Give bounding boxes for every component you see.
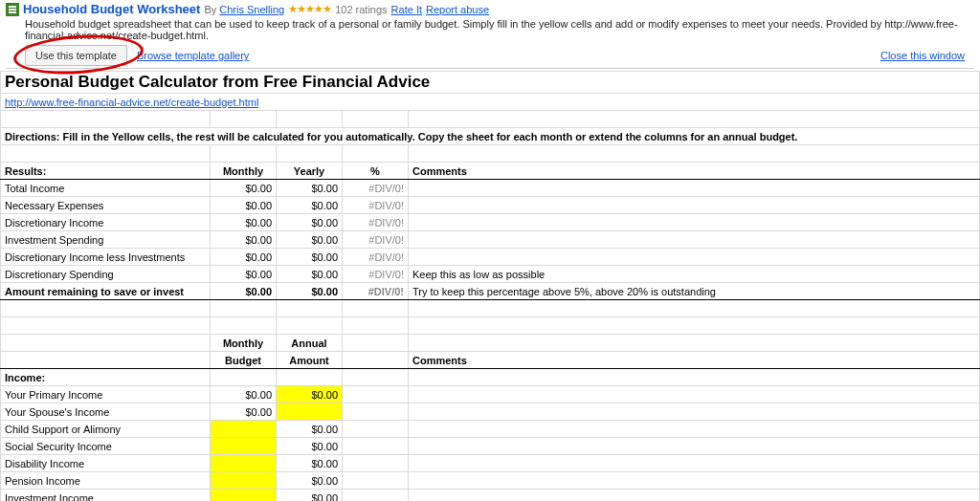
- cell[interactable]: #DIV/0!: [343, 197, 409, 214]
- cell[interactable]: [1, 335, 211, 352]
- cell[interactable]: $0.00: [211, 283, 277, 300]
- cell[interactable]: Directions: Fill in the Yellow cells, th…: [1, 128, 980, 145]
- rate-it-link[interactable]: Rate It: [391, 4, 422, 15]
- cell[interactable]: Disability Income: [1, 455, 211, 472]
- cell[interactable]: [211, 490, 277, 502]
- cell[interactable]: $0.00: [277, 266, 343, 283]
- cell[interactable]: [277, 317, 343, 335]
- cell[interactable]: [409, 438, 980, 455]
- cell[interactable]: Total Income: [1, 180, 211, 197]
- cell[interactable]: Your Primary Income: [1, 386, 211, 403]
- cell[interactable]: [409, 386, 980, 403]
- cell[interactable]: http://www.free-financial-advice.net/cre…: [1, 94, 980, 111]
- cell[interactable]: [343, 352, 409, 369]
- cell[interactable]: [211, 455, 277, 472]
- cell[interactable]: [409, 300, 980, 317]
- cell[interactable]: #DIV/0!: [343, 214, 409, 231]
- cell[interactable]: [1, 317, 211, 335]
- cell[interactable]: [343, 335, 409, 352]
- cell[interactable]: Social Security Income: [1, 438, 211, 455]
- cell[interactable]: $0.00: [211, 214, 277, 231]
- cell[interactable]: [343, 438, 409, 455]
- cell[interactable]: [211, 111, 277, 128]
- cell[interactable]: [277, 300, 343, 317]
- cell[interactable]: [343, 317, 409, 335]
- cell[interactable]: [277, 145, 343, 163]
- cell[interactable]: [343, 455, 409, 472]
- cell[interactable]: [211, 300, 277, 317]
- cell[interactable]: Child Support or Alimony: [1, 421, 211, 438]
- cell[interactable]: $0.00: [211, 386, 277, 403]
- cell[interactable]: Investment Spending: [1, 231, 211, 249]
- cell[interactable]: Discretionary Income less Investments: [1, 249, 211, 266]
- cell[interactable]: [409, 145, 980, 163]
- cell[interactable]: Investment Income: [1, 490, 211, 502]
- cell[interactable]: [343, 403, 409, 421]
- cell[interactable]: Results:: [1, 163, 211, 180]
- cell[interactable]: Budget: [211, 352, 277, 369]
- cell[interactable]: Pension Income: [1, 472, 211, 490]
- report-abuse-link[interactable]: Report abuse: [426, 4, 489, 15]
- cell[interactable]: $0.00: [277, 197, 343, 214]
- cell[interactable]: [277, 403, 343, 421]
- cell[interactable]: [409, 197, 980, 214]
- cell[interactable]: Necessary Expenses: [1, 197, 211, 214]
- cell[interactable]: $0.00: [277, 438, 343, 455]
- cell[interactable]: $0.00: [277, 455, 343, 472]
- cell[interactable]: Annual: [277, 335, 343, 352]
- cell[interactable]: Personal Budget Calculator from Free Fin…: [1, 72, 980, 94]
- cell[interactable]: $0.00: [211, 266, 277, 283]
- cell[interactable]: $0.00: [277, 386, 343, 403]
- cell[interactable]: $0.00: [277, 214, 343, 231]
- cell[interactable]: [409, 490, 980, 502]
- cell[interactable]: [211, 317, 277, 335]
- cell[interactable]: $0.00: [277, 283, 343, 300]
- cell[interactable]: [409, 369, 980, 386]
- cell[interactable]: Income:: [1, 369, 211, 386]
- cell[interactable]: [277, 111, 343, 128]
- cell[interactable]: [211, 145, 277, 163]
- cell[interactable]: Monthly: [211, 163, 277, 180]
- cell[interactable]: [409, 111, 980, 128]
- cell[interactable]: [1, 300, 211, 317]
- cell[interactable]: $0.00: [277, 231, 343, 249]
- cell[interactable]: [343, 145, 409, 163]
- cell[interactable]: [409, 472, 980, 490]
- cell[interactable]: [409, 180, 980, 197]
- cell[interactable]: $0.00: [277, 421, 343, 438]
- cell[interactable]: Keep this as low as possible: [409, 266, 980, 283]
- cell[interactable]: Yearly: [277, 163, 343, 180]
- cell[interactable]: $0.00: [277, 472, 343, 490]
- cell[interactable]: [1, 352, 211, 369]
- cell[interactable]: Comments: [409, 163, 980, 180]
- cell[interactable]: [409, 403, 980, 421]
- cell[interactable]: [1, 145, 211, 163]
- cell[interactable]: [211, 438, 277, 455]
- cell[interactable]: #DIV/0!: [343, 231, 409, 249]
- cell[interactable]: Comments: [409, 352, 980, 369]
- cell[interactable]: Amount: [277, 352, 343, 369]
- author-link[interactable]: Chris Snelling: [219, 4, 284, 15]
- cell[interactable]: [211, 472, 277, 490]
- close-window-link[interactable]: Close this window: [880, 50, 965, 61]
- cell[interactable]: [343, 490, 409, 502]
- cell[interactable]: $0.00: [211, 180, 277, 197]
- spreadsheet-area[interactable]: Personal Budget Calculator from Free Fin…: [0, 71, 980, 501]
- cell[interactable]: Discretionary Spending: [1, 266, 211, 283]
- cell[interactable]: Amount remaining to save or invest: [1, 283, 211, 300]
- cell[interactable]: #DIV/0!: [343, 180, 409, 197]
- cell[interactable]: [343, 421, 409, 438]
- cell[interactable]: [409, 231, 980, 249]
- cell[interactable]: Monthly: [211, 335, 277, 352]
- cell[interactable]: [409, 214, 980, 231]
- cell[interactable]: $0.00: [277, 249, 343, 266]
- cell[interactable]: [211, 369, 277, 386]
- cell[interactable]: [409, 335, 980, 352]
- browse-gallery-link[interactable]: Browse template gallery: [137, 50, 249, 61]
- cell[interactable]: %: [343, 163, 409, 180]
- cell[interactable]: [211, 421, 277, 438]
- cell[interactable]: $0.00: [277, 180, 343, 197]
- cell[interactable]: $0.00: [211, 403, 277, 421]
- cell[interactable]: [409, 421, 980, 438]
- cell[interactable]: [1, 111, 211, 128]
